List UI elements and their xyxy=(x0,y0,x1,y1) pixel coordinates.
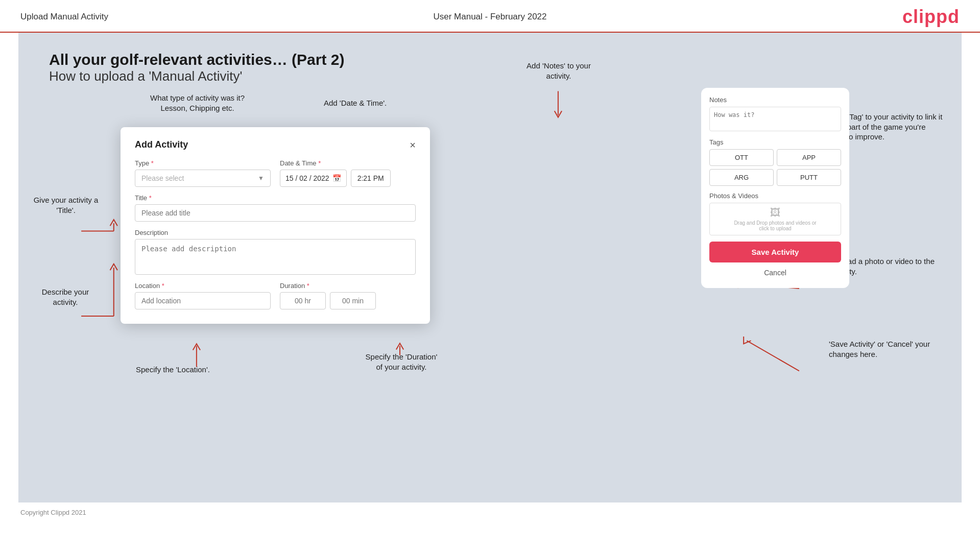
save-activity-button[interactable]: Save Activity xyxy=(709,242,841,262)
title-group: Title * xyxy=(135,194,416,222)
type-label: Type * xyxy=(135,159,271,167)
description-label: Description xyxy=(135,229,416,236)
photos-label: Photos & Videos xyxy=(709,192,841,200)
title-label: Title * xyxy=(135,194,416,202)
modal-close-button[interactable]: × xyxy=(410,140,416,150)
manual-label: User Manual - February 2022 xyxy=(433,12,546,22)
add-activity-modal: Add Activity × Type * Please select ▼ Da… xyxy=(121,127,430,324)
date-time-inputs: 15 / 02 / 2022 📅 2:21 PM xyxy=(280,170,416,187)
phone-panel: Notes Tags OTT APP ARG PUTT Photos & Vid… xyxy=(701,88,849,288)
description-textarea[interactable] xyxy=(135,239,416,275)
main-content: All your golf-relevant activities… (Part… xyxy=(18,33,962,502)
annotation-give-title: Give your activity a 'Title'. xyxy=(33,195,99,215)
svg-line-11 xyxy=(747,341,799,371)
datetime-group: Date & Time * 15 / 02 / 2022 📅 2:21 PM xyxy=(280,159,416,187)
chevron-down-icon: ▼ xyxy=(258,175,264,182)
duration-min-input[interactable] xyxy=(330,292,376,309)
top-bar: Upload Manual Activity User Manual - Feb… xyxy=(0,0,980,33)
tags-label: Tags xyxy=(709,138,841,146)
type-datetime-row: Type * Please select ▼ Date & Time * 15 … xyxy=(135,159,416,187)
photos-upload-area[interactable]: 🖼 Drag and Drop photos and videos or cli… xyxy=(709,203,841,235)
description-group: Description xyxy=(135,229,416,275)
datetime-label: Date & Time * xyxy=(280,159,416,167)
modal-title: Add Activity xyxy=(135,139,188,150)
annotation-what-type: What type of activity was it? Lesson, Ch… xyxy=(150,93,245,113)
duration-hr-input[interactable] xyxy=(280,292,326,309)
duration-inputs xyxy=(280,292,416,309)
annotation-describe: Describe your activity. xyxy=(35,287,96,307)
annotation-duration: Specify the 'Duration' of your activity. xyxy=(350,352,452,372)
photo-icon: 🖼 xyxy=(770,207,780,219)
page-title-sub: How to upload a 'Manual Activity' xyxy=(49,68,931,84)
annotation-location: Specify the 'Location'. xyxy=(136,365,210,375)
location-group: Location * xyxy=(135,282,271,309)
annotation-save: 'Save Activity' or 'Cancel' your changes… xyxy=(829,339,951,359)
title-input[interactable] xyxy=(135,204,416,222)
logo: clippd xyxy=(902,6,960,28)
type-group: Type * Please select ▼ xyxy=(135,159,271,187)
tags-grid: OTT APP ARG PUTT xyxy=(709,149,841,186)
calendar-icon: 📅 xyxy=(332,174,341,182)
page-label: Upload Manual Activity xyxy=(20,12,108,22)
copyright: Copyright Clippd 2021 xyxy=(20,509,86,516)
phone-screen: Notes Tags OTT APP ARG PUTT Photos & Vid… xyxy=(701,88,849,288)
description-row: Description xyxy=(135,229,416,275)
date-input[interactable]: 15 / 02 / 2022 📅 xyxy=(280,170,347,187)
footer: Copyright Clippd 2021 xyxy=(0,502,980,522)
notes-label: Notes xyxy=(709,96,841,104)
cancel-link[interactable]: Cancel xyxy=(709,266,841,280)
duration-group: Duration * xyxy=(280,282,416,309)
annotation-date-time: Add 'Date & Time'. xyxy=(324,98,387,108)
notes-textarea[interactable] xyxy=(709,107,841,131)
modal-header: Add Activity × xyxy=(135,139,416,150)
annotation-notes: Add 'Notes' to your activity. xyxy=(508,61,610,81)
tag-arg[interactable]: ARG xyxy=(709,169,774,186)
type-select[interactable]: Please select ▼ xyxy=(135,170,271,187)
location-label: Location * xyxy=(135,282,271,290)
location-input[interactable] xyxy=(135,292,271,309)
tag-app[interactable]: APP xyxy=(777,149,841,166)
page-title-block: All your golf-relevant activities… (Part… xyxy=(49,51,931,84)
page-title-main: All your golf-relevant activities… (Part… xyxy=(49,51,931,68)
annotation-upload: Upload a photo or video to the activity. xyxy=(832,256,949,276)
time-input[interactable]: 2:21 PM xyxy=(351,170,391,187)
location-duration-row: Location * Duration * xyxy=(135,282,416,309)
photos-upload-text: Drag and Drop photos and videos or click… xyxy=(734,220,816,231)
duration-label: Duration * xyxy=(280,282,416,290)
title-row: Title * xyxy=(135,194,416,222)
tag-putt[interactable]: PUTT xyxy=(777,169,841,186)
tag-ott[interactable]: OTT xyxy=(709,149,774,166)
